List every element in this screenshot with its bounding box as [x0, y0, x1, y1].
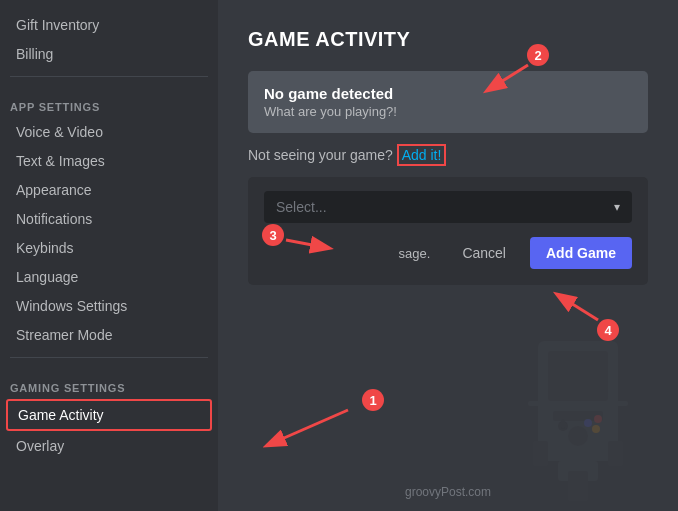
sidebar-item-label: Overlay — [16, 438, 64, 454]
not-seeing-row: Not seeing your game? Add it! — [248, 147, 648, 163]
sidebar-item-label: Text & Images — [16, 153, 105, 169]
no-game-banner: No game detected What are you playing?! — [248, 71, 648, 133]
page-title: GAME ACTIVITY — [248, 28, 648, 51]
action-row: sage. Cancel Add Game — [264, 237, 632, 269]
sidebar-item-label: Appearance — [16, 182, 92, 198]
not-seeing-text: Not seeing your game? — [248, 147, 393, 163]
svg-rect-1 — [548, 351, 608, 401]
no-game-title: No game detected — [264, 85, 632, 102]
sidebar-item-billing[interactable]: Billing — [6, 40, 212, 68]
svg-point-14 — [362, 389, 384, 411]
sidebar-item-keybinds[interactable]: Keybinds — [6, 234, 212, 262]
no-game-subtitle: What are you playing?! — [264, 104, 632, 119]
select-placeholder: Select... — [276, 199, 614, 215]
background-decoration — [478, 311, 678, 511]
sidebar: Gift Inventory Billing APP SETTINGS Voic… — [0, 0, 218, 511]
svg-point-3 — [568, 426, 588, 446]
overlay-text-label: sage. — [399, 246, 431, 261]
sidebar-divider-2 — [10, 357, 208, 358]
watermark: groovyPost.com — [405, 485, 491, 499]
sidebar-item-gift-inventory[interactable]: Gift Inventory — [6, 11, 212, 39]
sidebar-item-game-activity[interactable]: Game Activity — [6, 399, 212, 431]
sidebar-section-app-settings: APP SETTINGS — [0, 85, 218, 117]
sidebar-item-label: Game Activity — [18, 407, 104, 423]
sidebar-item-notifications[interactable]: Notifications — [6, 205, 212, 233]
svg-rect-8 — [608, 441, 623, 466]
svg-line-16 — [268, 410, 348, 445]
add-game-area: Select... ▾ sage. Cancel Add Game — [248, 177, 648, 285]
svg-point-11 — [584, 419, 592, 427]
svg-text:1: 1 — [369, 393, 376, 408]
arrow-4: 4 — [558, 295, 619, 341]
svg-rect-0 — [538, 341, 618, 461]
sidebar-item-language[interactable]: Language — [6, 263, 212, 291]
svg-rect-7 — [533, 441, 548, 466]
svg-point-13 — [592, 425, 600, 433]
sidebar-item-label: Notifications — [16, 211, 92, 227]
add-game-button[interactable]: Add Game — [530, 237, 632, 269]
sidebar-item-streamer-mode[interactable]: Streamer Mode — [6, 321, 212, 349]
sidebar-item-label: Keybinds — [16, 240, 74, 256]
arrow-1: 1 — [268, 389, 384, 445]
main-content: GAME ACTIVITY No game detected What are … — [218, 0, 678, 511]
svg-rect-4 — [558, 461, 598, 481]
svg-rect-5 — [528, 401, 628, 406]
add-it-link[interactable]: Add it! — [397, 144, 447, 166]
svg-point-9 — [558, 421, 568, 431]
svg-text:4: 4 — [604, 323, 612, 338]
sidebar-item-label: Billing — [16, 46, 53, 62]
sidebar-item-windows-settings[interactable]: Windows Settings — [6, 292, 212, 320]
sidebar-item-label: Windows Settings — [16, 298, 127, 314]
sidebar-item-label: Gift Inventory — [16, 17, 99, 33]
chevron-down-icon: ▾ — [614, 200, 620, 214]
sidebar-divider — [10, 76, 208, 77]
cancel-button[interactable]: Cancel — [448, 237, 520, 269]
svg-point-23 — [597, 319, 619, 341]
sidebar-section-gaming-settings: GAMING SETTINGS — [0, 366, 218, 398]
sidebar-item-appearance[interactable]: Appearance — [6, 176, 212, 204]
select-input-row[interactable]: Select... ▾ — [264, 191, 632, 223]
sidebar-item-voice-video[interactable]: Voice & Video — [6, 118, 212, 146]
sidebar-item-text-images[interactable]: Text & Images — [6, 147, 212, 175]
svg-rect-6 — [568, 471, 588, 501]
svg-rect-2 — [553, 411, 603, 421]
svg-line-25 — [558, 295, 598, 320]
svg-point-12 — [594, 415, 602, 423]
sidebar-item-label: Streamer Mode — [16, 327, 112, 343]
svg-rect-10 — [561, 419, 565, 429]
sidebar-item-overlay[interactable]: Overlay — [6, 432, 212, 460]
sidebar-item-label: Language — [16, 269, 78, 285]
sidebar-item-label: Voice & Video — [16, 124, 103, 140]
